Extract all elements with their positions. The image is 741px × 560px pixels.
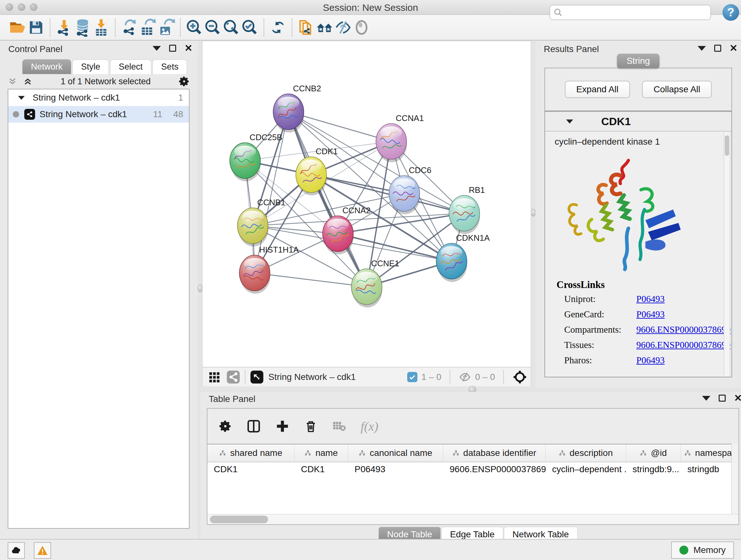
column-header-canonical-name[interactable]: canonical name [348, 444, 443, 462]
zoom-selected-icon[interactable] [241, 18, 259, 37]
protein-card-header[interactable]: CDK1 [545, 112, 731, 132]
network-node-ccna1[interactable]: CCNA1 [376, 113, 424, 162]
crosslink-link[interactable]: P06493 [636, 355, 665, 366]
table-cell[interactable]: stringdb:9... [626, 462, 681, 476]
column-header-description[interactable]: description [546, 444, 626, 462]
expand-all-icon[interactable] [22, 76, 33, 87]
collapse-all-icon[interactable] [7, 76, 18, 87]
table-cell[interactable]: CDK1 [294, 462, 348, 476]
table-cell[interactable]: P06493 [348, 462, 443, 476]
table-vertical-scrollbar[interactable] [731, 444, 738, 515]
maximize-panel-icon[interactable] [714, 45, 721, 52]
table-cell[interactable]: 9606.ENSP00000378699 [443, 462, 546, 476]
column-header-namespace[interactable]: namespace [681, 444, 732, 462]
tab-sets[interactable]: Sets [152, 59, 187, 74]
import-network-file-icon[interactable] [55, 18, 73, 37]
close-panel-icon[interactable]: ✕ [185, 45, 192, 52]
network-collection-row[interactable]: String Network – cdk1 1 [8, 89, 189, 106]
float-panel-icon[interactable] [152, 46, 161, 51]
column-header-shared-name[interactable]: shared name [207, 444, 294, 462]
maximize-panel-icon[interactable] [719, 395, 726, 401]
column-header-name[interactable]: name [294, 444, 348, 462]
selected-checkbox-icon[interactable] [407, 372, 417, 382]
export-image-icon[interactable] [157, 18, 176, 37]
refresh-icon[interactable] [269, 18, 287, 37]
network-options-gear-icon[interactable] [178, 75, 190, 87]
zoom-out-icon[interactable] [204, 18, 222, 37]
table-horizontal-scrollbar[interactable] [207, 514, 738, 524]
network-canvas[interactable]: CCNB2CCNA1CDC25BCDK1CDC6RB1CCNB1CCNA2CDK… [202, 41, 531, 367]
tab-network[interactable]: Network [22, 59, 71, 74]
table-cell[interactable]: cyclin–dependent ... [546, 462, 626, 476]
show-all-views-icon[interactable] [315, 18, 334, 37]
zoom-fit-icon[interactable] [222, 18, 241, 37]
import-table-file-icon[interactable] [92, 18, 111, 37]
float-panel-icon[interactable] [702, 396, 711, 401]
tab-style[interactable]: Style [72, 59, 109, 74]
close-panel-icon[interactable]: ✕ [734, 395, 741, 401]
column-header-database-identifier[interactable]: database identifier [443, 444, 546, 462]
collapse-all-button[interactable]: Collapse All [642, 81, 712, 98]
export-table-icon[interactable] [138, 18, 157, 37]
network-node-ccne1[interactable]: CCNE1 [351, 259, 399, 307]
crosslink-link[interactable]: 9606.ENSP00000378699 [636, 324, 731, 335]
tab-string[interactable]: String [617, 54, 659, 68]
zoom-in-icon[interactable] [185, 18, 204, 37]
right-splitter-handle[interactable] [531, 209, 536, 216]
show-columns-icon[interactable] [246, 419, 261, 434]
column-header-@id[interactable]: @id [626, 444, 681, 462]
crosslink-label: Compartments: [556, 324, 636, 335]
table-scrollbar-thumb[interactable] [210, 516, 268, 523]
table-cell[interactable]: stringdb [681, 462, 732, 476]
left-splitter-handle[interactable] [198, 285, 203, 292]
node-label: CDKN1A [456, 233, 490, 243]
memory-button[interactable]: Memory [671, 542, 734, 559]
crosslink-link[interactable]: P06493 [636, 294, 665, 304]
network-node-ccnb2[interactable]: CCNB2 [273, 84, 321, 132]
crosslink-link[interactable]: 9606.ENSP00000378699 [636, 340, 731, 350]
network-node-rb1[interactable]: RB1 [449, 185, 485, 234]
bottom-splitter[interactable] [200, 388, 741, 392]
create-column-plus-icon[interactable] [275, 419, 290, 434]
grid-view-icon[interactable] [208, 371, 220, 383]
save-session-icon[interactable] [27, 18, 45, 37]
collapse-card-icon[interactable] [566, 119, 573, 124]
fit-selected-crosshair-icon[interactable] [512, 369, 528, 385]
import-network-database-icon[interactable] [73, 18, 92, 37]
network-graph[interactable]: CCNB2CCNA1CDC25BCDK1CDC6RB1CCNB1CCNA2CDK… [203, 41, 531, 367]
node-label: CCNB1 [257, 198, 285, 207]
birdseye-view-icon[interactable] [250, 370, 264, 384]
show-hidden-icon[interactable] [352, 18, 371, 37]
network-node-cdc6[interactable]: CDC6 [389, 165, 431, 214]
network-node-hist1h1a[interactable]: HIST1H1A [239, 245, 299, 294]
crosslink-link[interactable]: P06493 [636, 309, 665, 320]
results-scrollbar-thumb[interactable] [725, 135, 729, 156]
cloud-status-button[interactable] [8, 542, 25, 559]
help-icon[interactable]: ? [723, 4, 739, 21]
close-panel-icon[interactable]: ✕ [730, 45, 738, 52]
delete-column-trash-icon[interactable] [304, 419, 318, 433]
right-splitter[interactable] [531, 41, 536, 388]
warning-status-button[interactable] [34, 542, 51, 559]
table-cell[interactable]: CDK1 [207, 462, 294, 476]
node-table[interactable]: shared namenamecanonical namedatabase id… [207, 444, 732, 515]
search-box[interactable] [549, 5, 711, 20]
clone-network-icon[interactable] [297, 18, 315, 37]
collection-expander-icon[interactable] [18, 96, 25, 100]
search-input[interactable] [563, 8, 700, 17]
tab-select[interactable]: Select [110, 59, 151, 74]
string-view-icon[interactable] [226, 370, 240, 384]
table-row[interactable]: CDK1CDK1P064939606.ENSP00000378699cyclin… [207, 462, 732, 476]
float-panel-icon[interactable] [697, 46, 706, 51]
network-row-selected[interactable]: String Network – cdk1 11 48 [8, 106, 189, 123]
hide-selected-icon[interactable] [334, 18, 352, 37]
open-session-icon[interactable] [8, 18, 27, 37]
results-panel-title: Results Panel [544, 44, 599, 54]
network-view-toolbar: String Network – cdk1 1 – 0 0 – 0 [202, 367, 531, 387]
maximize-panel-icon[interactable] [169, 45, 176, 52]
network-node-cdkn1a[interactable]: CDKN1A [436, 233, 490, 282]
results-scrollbar[interactable] [724, 133, 730, 376]
table-options-gear-icon[interactable] [218, 419, 232, 433]
expand-all-button[interactable]: Expand All [565, 81, 630, 98]
export-network-icon[interactable] [120, 18, 138, 37]
